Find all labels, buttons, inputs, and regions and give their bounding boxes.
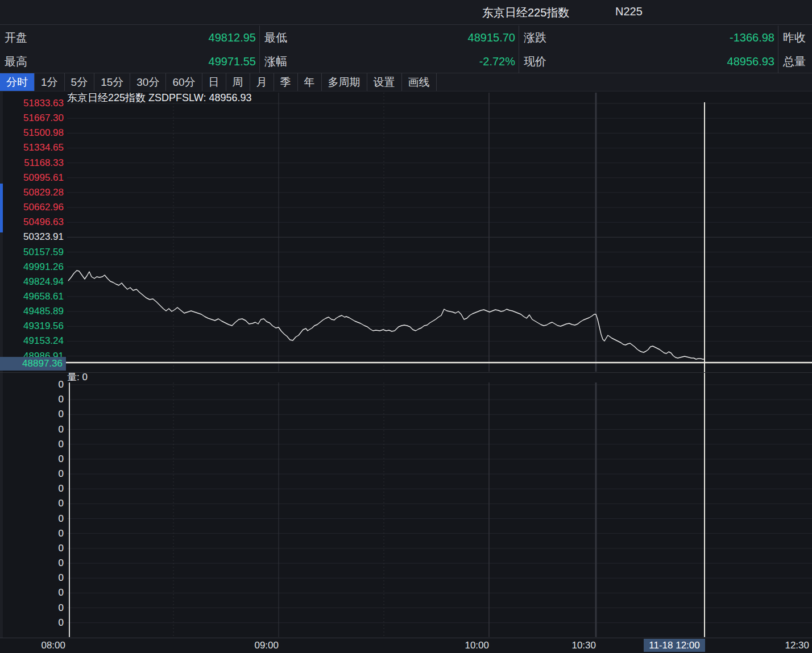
price-axis-label: 51168.33 — [2, 157, 64, 169]
crosshair-time-badge: 11-18 12:00 — [644, 639, 705, 652]
chart-title: 东京日经225指数 ZSDPFSLW: 48956.93 — [67, 91, 251, 104]
price-axis-label: 49824.94 — [2, 276, 64, 288]
stock-chart-window: 东京日经225指数 N225 开盘49812.95最高49971.55最低489… — [0, 0, 812, 653]
time-axis-label: 09:00 — [224, 640, 279, 651]
volume-axis-label: 0 — [2, 542, 64, 555]
price-axis-label: 50157.59 — [2, 246, 64, 259]
price-axis-label: 49658.61 — [2, 290, 64, 303]
time-axis-label: 08:00 — [11, 640, 65, 651]
price-axis-label: 50496.63 — [2, 216, 64, 228]
volume-axis-label: 0 — [2, 557, 64, 569]
volume-axis-label: 0 — [2, 513, 64, 525]
volume-axis-label: 0 — [2, 587, 64, 599]
price-volume-separator — [0, 372, 812, 373]
price-axis-label: 50323.91 — [2, 231, 64, 243]
volume-axis-label: 0 — [2, 572, 64, 584]
volume-axis-label: 0 — [2, 527, 64, 540]
volume-axis-label: 0 — [2, 602, 64, 614]
price-line — [68, 271, 705, 359]
price-axis-label: 49153.24 — [2, 335, 64, 347]
volume-axis-label: 0 — [2, 393, 64, 406]
volume-axis-label: 0 — [2, 379, 64, 391]
price-axis-label: 51334.65 — [2, 142, 64, 154]
price-axis-label: 50829.28 — [2, 186, 64, 199]
volume-readout: 量: 0 — [67, 372, 88, 383]
volume-axis-label: 0 — [2, 408, 64, 421]
volume-axis-label: 0 — [2, 453, 64, 465]
volume-axis-label: 0 — [2, 423, 64, 436]
volume-axis-label: 0 — [2, 617, 64, 629]
price-axis-label: 49319.56 — [2, 320, 64, 332]
time-axis-label: 10:00 — [434, 640, 489, 651]
time-axis-label: 10:30 — [541, 640, 596, 651]
price-axis-label: 50662.96 — [2, 201, 64, 214]
price-axis-label: 51500.98 — [2, 127, 64, 139]
volume-axis-label: 0 — [2, 438, 64, 451]
volume-axis-label: 0 — [2, 468, 64, 480]
price-axis-label: 50995.61 — [2, 172, 64, 184]
volume-timeaxis-separator — [0, 638, 812, 638]
volume-axis-label: 0 — [2, 483, 64, 495]
price-axis-label: 49485.89 — [2, 305, 64, 318]
time-axis-label: 12:30 — [755, 640, 809, 651]
price-axis-label: 51667.30 — [2, 112, 64, 124]
crosshair-price-badge: 48897.36 — [0, 357, 66, 371]
price-axis-label: 49991.26 — [2, 261, 64, 273]
volume-axis-label: 0 — [2, 497, 64, 510]
price-axis-label: 51833.63 — [2, 97, 64, 110]
